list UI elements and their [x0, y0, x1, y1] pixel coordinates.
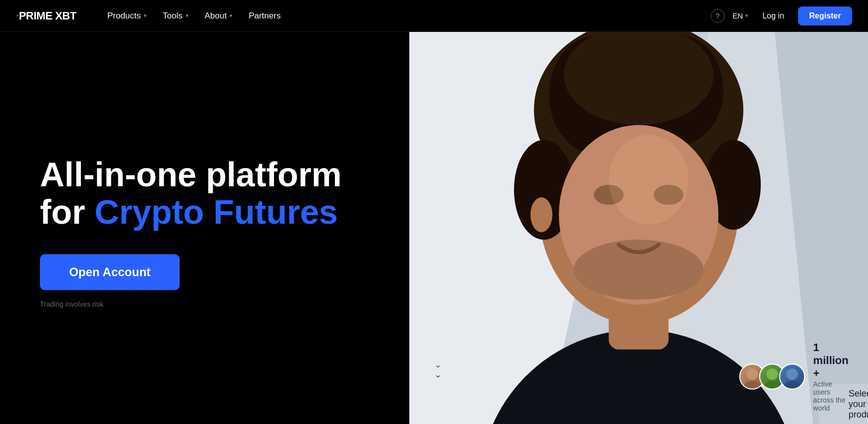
- tools-chevron-icon: ▾: [186, 12, 189, 19]
- svg-point-19: [787, 369, 798, 380]
- open-account-button[interactable]: Open Account: [40, 254, 180, 290]
- nav-partners[interactable]: Partners: [242, 7, 288, 25]
- nav-tools[interactable]: Tools ▾: [156, 7, 196, 25]
- chevron-down-1-icon: ⌄: [434, 360, 442, 369]
- svg-point-10: [574, 240, 704, 300]
- svg-point-20: [784, 381, 801, 389]
- users-label: Active users across the world: [813, 380, 849, 412]
- svg-point-6: [564, 25, 714, 125]
- lang-chevron-icon: ▾: [745, 12, 748, 19]
- users-count: 1 million +: [813, 341, 849, 380]
- hero-title-for: for: [40, 193, 95, 231]
- nav-about[interactable]: About ▾: [198, 7, 240, 25]
- risk-disclaimer: Trading involves risk: [40, 300, 369, 308]
- about-chevron-icon: ▾: [230, 12, 233, 19]
- hero-right: Select your product: [409, 0, 868, 424]
- svg-point-16: [744, 381, 761, 389]
- select-product-text: Select your product: [849, 389, 868, 420]
- hero-title-line1: All-in-one platform: [40, 156, 369, 193]
- svg-point-13: [531, 197, 553, 232]
- svg-point-18: [764, 381, 781, 389]
- chevron-down-2-icon: ⌄: [434, 370, 442, 379]
- hero-title-highlight: Crypto Futures: [95, 193, 338, 231]
- scroll-chevrons: ⌄ ⌄: [434, 360, 442, 379]
- avatar-stack: [739, 364, 805, 390]
- login-button[interactable]: Log in: [756, 7, 790, 24]
- language-selector[interactable]: EN ▾: [733, 11, 749, 20]
- register-button[interactable]: Register: [798, 6, 852, 25]
- navbar-right: ? EN ▾ Log in Register: [711, 6, 852, 25]
- users-section: 1 million + Active users across the worl…: [739, 341, 849, 412]
- navbar: ·PRIME XBT Products ▾ Tools ▾ About ▾ Pa…: [0, 0, 868, 32]
- avatar-3: [779, 364, 805, 390]
- users-count-section: 1 million + Active users across the worl…: [813, 341, 849, 412]
- hero-title: All-in-one platform for Crypto Futures: [40, 156, 369, 231]
- nav-products[interactable]: Products ▾: [100, 7, 154, 25]
- svg-point-15: [747, 369, 758, 380]
- logo-text: ·PRIME XBT: [16, 9, 76, 22]
- logo[interactable]: ·PRIME XBT: [16, 9, 76, 22]
- bottom-bar: Select your product: [819, 384, 868, 424]
- hero-left: All-in-one platform for Crypto Futures O…: [0, 0, 409, 424]
- products-chevron-icon: ▾: [144, 12, 147, 19]
- nav-menu: Products ▾ Tools ▾ About ▾ Partners: [100, 7, 711, 25]
- hero-title-line2: for Crypto Futures: [40, 193, 369, 231]
- svg-point-17: [767, 369, 778, 380]
- svg-point-14: [609, 135, 689, 225]
- help-icon[interactable]: ?: [711, 9, 725, 23]
- hero-section: All-in-one platform for Crypto Futures O…: [0, 0, 868, 424]
